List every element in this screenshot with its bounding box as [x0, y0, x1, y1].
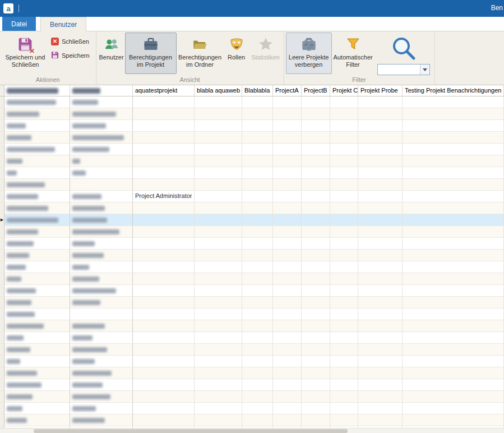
permission-cell[interactable]	[358, 356, 403, 367]
permission-cell[interactable]	[403, 179, 504, 190]
permission-cell[interactable]	[330, 391, 358, 402]
permission-cell[interactable]	[273, 261, 302, 273]
permission-cell[interactable]	[195, 191, 242, 202]
permission-cell[interactable]	[302, 144, 330, 155]
name-cell[interactable]	[70, 238, 133, 249]
permission-cell[interactable]	[273, 320, 302, 331]
name-cell[interactable]	[70, 120, 133, 131]
row-marker[interactable]	[0, 308, 4, 320]
permission-cell[interactable]	[302, 403, 330, 414]
permission-cell[interactable]	[195, 379, 242, 390]
benutzer-view-button[interactable]: Benutzer	[98, 33, 125, 74]
permission-cell[interactable]	[195, 297, 242, 308]
row-marker[interactable]	[0, 96, 4, 108]
user-cell[interactable]	[4, 155, 70, 167]
permission-cell[interactable]	[273, 226, 302, 237]
permission-cell[interactable]	[133, 226, 195, 237]
permission-cell[interactable]	[242, 403, 273, 414]
permission-cell[interactable]	[273, 238, 302, 249]
permission-cell[interactable]	[242, 367, 273, 379]
permission-cell[interactable]	[242, 356, 273, 367]
user-cell[interactable]	[4, 367, 70, 379]
name-cell[interactable]	[70, 391, 133, 402]
permission-cell[interactable]	[358, 108, 403, 119]
user-cell[interactable]	[4, 297, 70, 308]
table-row[interactable]	[0, 414, 504, 426]
permission-cell[interactable]	[358, 308, 403, 320]
permission-cell[interactable]	[195, 332, 242, 343]
permission-cell[interactable]	[242, 308, 273, 320]
permission-cell[interactable]	[133, 108, 195, 119]
row-marker[interactable]	[0, 273, 4, 284]
permission-cell[interactable]	[195, 108, 242, 119]
permission-cell[interactable]	[358, 332, 403, 343]
permission-cell[interactable]	[133, 414, 195, 426]
name-cell[interactable]	[70, 261, 133, 273]
row-marker[interactable]	[0, 167, 4, 178]
permission-cell[interactable]	[242, 332, 273, 343]
permission-cell[interactable]	[358, 285, 403, 296]
permission-cell[interactable]	[195, 344, 242, 355]
permission-cell[interactable]	[330, 179, 358, 190]
permission-cell[interactable]	[330, 344, 358, 355]
permission-cell[interactable]	[195, 391, 242, 402]
name-cell[interactable]	[70, 403, 133, 414]
permission-cell[interactable]	[302, 356, 330, 367]
row-marker[interactable]	[0, 250, 4, 261]
permission-cell[interactable]	[302, 273, 330, 284]
horizontal-scrollbar[interactable]	[0, 428, 504, 433]
user-cell[interactable]	[4, 120, 70, 131]
row-marker[interactable]	[0, 403, 4, 414]
permission-cell[interactable]	[133, 344, 195, 355]
table-row[interactable]	[0, 391, 504, 403]
permission-cell[interactable]	[358, 132, 403, 143]
table-row[interactable]	[0, 320, 504, 332]
name-cell[interactable]	[70, 191, 133, 202]
permission-cell[interactable]	[273, 132, 302, 143]
permission-cell[interactable]	[195, 120, 242, 131]
permission-cell[interactable]	[330, 144, 358, 155]
permission-cell[interactable]	[273, 308, 302, 320]
permission-cell[interactable]	[273, 191, 302, 202]
permission-cell[interactable]	[273, 367, 302, 379]
permission-cell[interactable]	[330, 332, 358, 343]
permission-cell[interactable]	[242, 96, 273, 108]
permission-cell[interactable]	[133, 391, 195, 402]
permission-cell[interactable]	[302, 391, 330, 402]
row-marker[interactable]	[0, 285, 4, 296]
permission-cell[interactable]	[302, 285, 330, 296]
column-header-project[interactable]: ProjectB	[302, 85, 330, 96]
permission-cell[interactable]	[273, 332, 302, 343]
column-header-project[interactable]: Projekt C	[330, 85, 358, 96]
permission-cell[interactable]	[330, 414, 358, 426]
name-cell[interactable]	[70, 167, 133, 178]
row-marker[interactable]	[0, 367, 4, 379]
column-header-project[interactable]: blabla aquaweb	[195, 85, 242, 96]
permission-cell[interactable]	[403, 414, 504, 426]
permission-cell[interactable]	[403, 403, 504, 414]
permission-cell[interactable]	[195, 414, 242, 426]
permission-cell[interactable]	[302, 167, 330, 178]
permission-cell[interactable]	[273, 403, 302, 414]
table-row[interactable]	[0, 273, 504, 285]
permission-cell[interactable]	[133, 297, 195, 308]
permission-cell[interactable]	[358, 191, 403, 202]
permission-cell[interactable]	[242, 144, 273, 155]
permission-cell[interactable]	[242, 379, 273, 390]
close-button[interactable]: ✕ Schließen	[50, 35, 94, 48]
permission-cell[interactable]	[242, 261, 273, 273]
permission-cell[interactable]	[330, 96, 358, 108]
permission-cell[interactable]	[195, 273, 242, 284]
user-cell[interactable]	[4, 403, 70, 414]
row-marker[interactable]	[0, 226, 4, 237]
permission-cell[interactable]	[302, 226, 330, 237]
permission-cell[interactable]	[403, 297, 504, 308]
permission-cell[interactable]	[330, 202, 358, 214]
table-row[interactable]	[0, 297, 504, 308]
table-row[interactable]	[0, 250, 504, 261]
permission-cell[interactable]	[403, 356, 504, 367]
permission-cell[interactable]	[330, 285, 358, 296]
permission-cell[interactable]	[273, 202, 302, 214]
table-row[interactable]	[0, 120, 504, 132]
leere-projekte-verbergen-button[interactable]: Leere Projekte verbergen	[286, 33, 332, 74]
